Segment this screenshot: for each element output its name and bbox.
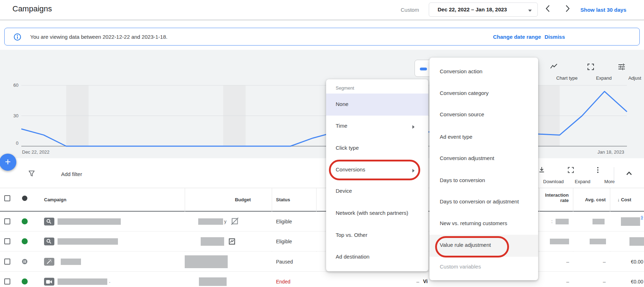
date-range-picker[interactable]: Dec 22, 2022 – Jan 18, 2023 — [429, 2, 538, 17]
status-enabled-dot-icon[interactable] — [22, 238, 28, 244]
y-axis-tick-60: 60 — [6, 83, 18, 88]
new-campaign-fab[interactable]: + — [0, 154, 16, 171]
crossed-box-budget-icon — [230, 217, 239, 227]
status-value: Paused — [276, 259, 293, 265]
submenu-item-ad-event-type[interactable]: Ad event type — [440, 134, 472, 140]
status-enabled-dot-icon[interactable] — [22, 278, 28, 285]
previous-period-button[interactable] — [543, 3, 553, 14]
search-campaign-icon — [44, 218, 54, 225]
menu-item-network[interactable]: Network (with search partners) — [336, 210, 408, 216]
collapse-chevron-up-icon[interactable] — [624, 169, 634, 180]
column-header-avg-cost[interactable]: Avg. cost — [572, 197, 606, 202]
row-checkbox[interactable] — [4, 238, 10, 244]
select-all-checkbox[interactable] — [4, 195, 10, 201]
avg-cost-value: – — [573, 259, 606, 265]
redacted-avg-cost — [590, 239, 606, 244]
menu-item-device[interactable]: Device — [336, 188, 352, 194]
x-axis-end-label: Jan 18, 2023 — [597, 149, 624, 155]
x-axis-start-label: Dec 22, 2022 — [22, 149, 49, 155]
column-header-status[interactable]: Status — [276, 197, 290, 202]
redacted-budget-value — [199, 277, 227, 286]
y-axis-tick-0: 0 — [6, 140, 18, 146]
redacted-avg-cost — [592, 219, 605, 224]
expand-icon — [567, 166, 575, 174]
redacted-campaign-name[interactable] — [61, 259, 81, 265]
chart-type-button[interactable]: Chart type — [541, 60, 567, 83]
redacted-cost — [621, 217, 640, 226]
row-checkbox[interactable] — [4, 218, 10, 224]
search-campaign-icon — [44, 238, 54, 245]
segment-menu-header: Segment — [336, 85, 354, 91]
redacted-budget-value — [198, 218, 223, 225]
annotation-circle-value-rule-adjustment — [435, 236, 509, 257]
banner-message: You are viewing data between 2022-12-22 … — [30, 34, 167, 40]
chart-expand-button[interactable]: Expand — [578, 60, 604, 83]
menu-item-click-type[interactable]: Click type — [336, 145, 359, 151]
column-header-campaign[interactable]: Campaign — [44, 197, 66, 202]
status-value: Eligible — [276, 239, 292, 244]
column-header-budget[interactable]: Budget — [185, 197, 251, 202]
expand-icon — [586, 63, 595, 71]
more-vertical-dots-icon — [594, 166, 602, 174]
redacted-interaction-rate — [556, 219, 569, 224]
submenu-item-conversion-adjustment[interactable]: Conversion adjustment — [440, 155, 494, 161]
status-enabled-dot-icon[interactable] — [22, 218, 28, 224]
redacted-budget-value — [201, 237, 224, 246]
column-header-interaction-rate[interactable]: Interaction rate — [536, 192, 569, 203]
submenu-item-conversion-action[interactable]: Conversion action — [440, 68, 482, 74]
mid-column-value: – — [391, 279, 419, 285]
avg-cost-value: – — [573, 279, 606, 285]
submenu-item-conversion-source[interactable]: Conversion source — [440, 111, 484, 117]
performance-chart: 60 30 0 Dec 22, 2022 Jan 18, 2023 Chart … — [0, 50, 644, 158]
status-filter-dot-icon[interactable] — [22, 196, 27, 201]
submenu-item-new-vs-returning-customers[interactable]: New vs. returning customers — [440, 220, 507, 226]
redacted-campaign-name[interactable] — [58, 238, 118, 245]
date-info-banner: You are viewing data between 2022-12-22 … — [4, 28, 640, 46]
date-range-value: Dec 22, 2022 – Jan 18, 2023 — [438, 6, 507, 12]
dismiss-link[interactable]: Dismiss — [545, 34, 565, 40]
chart-adjust-button[interactable]: Adjust — [608, 60, 635, 83]
caret-down-icon — [527, 8, 532, 14]
next-period-button[interactable] — [562, 3, 573, 14]
submenu-item-custom-variables: Custom variables — [440, 264, 481, 270]
row-checkbox[interactable] — [4, 278, 10, 285]
redacted-interaction-rate — [550, 239, 569, 244]
sort-descending-arrow-icon: ↓ — [617, 197, 620, 202]
submenu-item-conversion-category[interactable]: Conversion category — [440, 90, 489, 96]
table-header-row: Campaign Budget Status Interaction rate … — [0, 188, 644, 212]
change-date-range-link[interactable]: Change date range — [493, 34, 541, 40]
video-campaign-icon — [44, 278, 54, 286]
menu-item-top-vs-other[interactable]: Top vs. Other — [336, 232, 367, 238]
cost-value: €0.00 — [631, 279, 643, 285]
smart-campaign-wand-icon — [44, 258, 54, 266]
add-filter-button[interactable]: Add filter — [61, 171, 82, 177]
table-row: . Ended – Vi – – €0.00 — [0, 272, 644, 287]
show-last-30-days-link[interactable]: Show last 30 days — [580, 7, 626, 13]
y-axis-tick-30: 30 — [6, 113, 18, 118]
budget-text-remnant: y — [224, 219, 227, 224]
interaction-rate-value: – — [539, 259, 569, 265]
status-value: Eligible — [276, 219, 292, 224]
row-checkbox[interactable] — [4, 259, 10, 265]
campaigns-page: Campaigns Custom Dec 22, 2022 – Jan 18, … — [0, 0, 644, 287]
menu-item-none[interactable]: None — [336, 101, 348, 107]
redacted-campaign-name[interactable] — [58, 218, 121, 225]
status-paused-dot-icon[interactable] — [22, 259, 27, 264]
chevron-right-icon — [562, 9, 573, 15]
submenu-item-days-to-conversion[interactable]: Days to conversion — [440, 177, 485, 183]
column-header-cost[interactable]: ↓ Cost — [617, 197, 638, 202]
submenu-item-days-to-conversion-or-adjustment[interactable]: Days to conversion or adjustment — [440, 198, 519, 204]
menu-item-ad-destination[interactable]: Ad destination — [336, 254, 369, 260]
filter-funnel-icon[interactable] — [28, 170, 36, 179]
interaction-rate-remnant: : — [551, 219, 553, 224]
table-toolbar-row: Add filter Download Expand More — [0, 158, 644, 188]
clipped-cell-text: Vi — [423, 278, 428, 284]
table-row: y Eligible : 9 — [0, 212, 644, 232]
menu-item-time[interactable]: Time — [336, 123, 347, 129]
redacted-campaign-name[interactable] — [58, 278, 107, 285]
adjust-sliders-icon — [617, 63, 626, 71]
cost-footnote-link[interactable]: 9 — [641, 215, 643, 219]
redacted-budget-value — [185, 255, 228, 268]
date-range-type-label: Custom — [401, 7, 419, 13]
info-icon — [13, 33, 22, 43]
